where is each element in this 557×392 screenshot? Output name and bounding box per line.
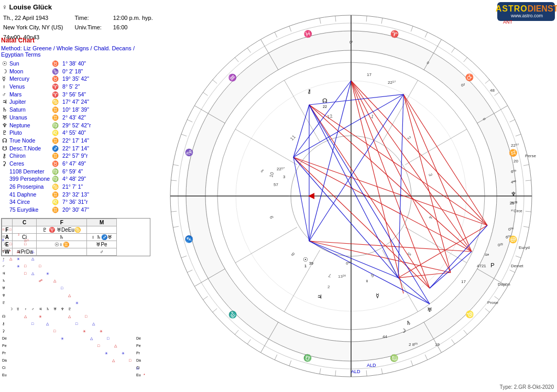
svg-text:△: △ xyxy=(9,257,13,260)
svg-text:³⁷Circe: ³⁷Circe xyxy=(511,209,522,213)
svg-line-223 xyxy=(213,309,217,312)
svg-text:Pr: Pr xyxy=(136,351,140,355)
left-panel: Natal Chart Method: Liz Greene / Whole S… xyxy=(1,37,150,256)
svg-text:☿: ☿ xyxy=(2,238,4,242)
svg-text:♆: ♆ xyxy=(2,293,5,297)
svg-text:19: 19 xyxy=(435,342,440,347)
svg-text:6⁵⁹: 6⁵⁹ xyxy=(506,235,511,239)
planet-row: 41 Daphne ♊ 23° 32' 13" xyxy=(1,191,103,199)
svg-line-195 xyxy=(411,26,413,31)
svg-text:♅: ♅ xyxy=(2,286,5,290)
svg-line-204 xyxy=(526,180,531,181)
planet-row: ♅ Uranus ♊ 2° 43' 42" xyxy=(1,114,103,122)
svg-text:⚹: ⚹ xyxy=(46,271,49,275)
svg-text:♃: ♃ xyxy=(39,307,42,311)
svg-line-222 xyxy=(235,330,238,334)
planet-row: ♂ Mars ♈ 3° 56' 54" xyxy=(1,91,103,99)
planet-row: 75 Eurydike ♊ 20° 30' 47" xyxy=(1,206,103,214)
planet-row: ♇ Pluto ♌ 4° 55' 40" xyxy=(1,129,103,137)
person-name-prefix: ♀ xyxy=(2,3,7,11)
svg-text:Pe: Pe xyxy=(136,344,141,347)
svg-text:△: △ xyxy=(31,257,35,260)
svg-text:ALD: ALD xyxy=(367,363,376,368)
svg-text:♀: ♀ xyxy=(24,307,27,311)
planet-row: ☿ Mercury ♉ 19° 35' 42" xyxy=(1,75,103,83)
svg-line-225 xyxy=(187,270,192,273)
svg-text:♆: ♆ xyxy=(61,307,64,311)
planet-row: 34 Circe ♌ 7° 36' 31"r xyxy=(1,198,103,206)
svg-line-215 xyxy=(381,368,383,374)
svg-line-208 xyxy=(510,270,515,273)
svg-text:Ci: Ci xyxy=(136,366,140,369)
svg-text:□: □ xyxy=(24,242,27,246)
svg-text:4721: 4721 xyxy=(477,264,486,268)
svg-text:Ci: Ci xyxy=(2,366,6,369)
svg-text:Pe: Pe xyxy=(2,344,7,347)
svg-line-203 xyxy=(523,165,529,166)
svg-text:22¹⁷: 22¹⁷ xyxy=(388,80,396,85)
planet-table: ☉ Sun ♉ 1° 38' 40" ☽ Moon ♑ 0° 2' 18" ☿ … xyxy=(1,60,103,214)
planet-chiron-glyph: ⚷ xyxy=(307,88,311,94)
svg-text:ALD: ALD xyxy=(351,369,361,374)
svg-line-197 xyxy=(452,48,455,52)
svg-text:♇: ♇ xyxy=(2,301,5,304)
svg-line-227 xyxy=(173,226,179,227)
svg-text:2: 2 xyxy=(327,285,330,289)
natal-chart-svg: ♈ ♉ ♊ ♋ ♌ ♍ ♎ ♏ ♐ ♑ ♒ ♓ xyxy=(147,0,555,392)
svg-text:Demet: Demet xyxy=(511,264,523,268)
svg-text:17: 17 xyxy=(461,279,466,284)
svg-line-228 xyxy=(171,211,177,212)
svg-line-206 xyxy=(523,226,529,227)
svg-text:⚹: ⚹ xyxy=(83,329,86,333)
svg-text:□: □ xyxy=(39,264,41,268)
svg-line-216 xyxy=(366,371,367,376)
planet-venus-glyph: ♀ xyxy=(365,278,369,284)
svg-text:△: △ xyxy=(92,322,95,325)
planet-row: ☉ Sun ♉ 1° 38' 40" xyxy=(1,60,103,68)
svg-text:□: □ xyxy=(107,336,110,340)
planet-pluto-glyph: P xyxy=(490,262,494,268)
svg-text:Da: Da xyxy=(2,358,7,362)
svg-line-209 xyxy=(495,297,499,300)
birth-date: Th., 22 April 1943 xyxy=(3,14,74,23)
svg-text:Euryd: Euryd xyxy=(519,245,530,250)
svg-text:☽: ☽ xyxy=(2,242,5,246)
svg-text:☿: ☿ xyxy=(2,249,4,253)
svg-text:3: 3 xyxy=(283,175,286,179)
svg-text:7: 7 xyxy=(511,201,514,205)
svg-text:1: 1 xyxy=(304,264,307,268)
svg-text:22: 22 xyxy=(323,105,327,108)
chart-area: ♈ ♉ ♊ ♋ ♌ ♍ ♎ ♏ ♐ ♑ ♒ ♓ xyxy=(147,0,555,392)
svg-text:Pr: Pr xyxy=(2,351,6,355)
svg-text:De: De xyxy=(2,336,7,340)
svg-line-231 xyxy=(181,134,187,136)
svg-text:□: □ xyxy=(97,344,100,347)
svg-text:6⁵⁹: 6⁵⁹ xyxy=(511,169,516,174)
svg-line-217 xyxy=(335,371,336,376)
svg-text:17: 17 xyxy=(367,72,372,77)
svg-text:♅: ♅ xyxy=(53,307,57,311)
svg-text:♀: ♀ xyxy=(2,257,5,260)
svg-line-202 xyxy=(516,134,521,136)
svg-text:22¹⁷: 22¹⁷ xyxy=(277,167,285,171)
aspect-grid: // Will be drawn via JS below ☉ □ ☽ △□ ☿… xyxy=(1,225,150,388)
svg-line-210 xyxy=(485,309,489,312)
birth-location: New York City, NY (US) xyxy=(3,23,74,32)
svg-text:□: □ xyxy=(9,228,12,231)
svg-text:☊: ☊ xyxy=(2,314,5,318)
svg-text:Daphn: Daphn xyxy=(498,282,510,287)
svg-text:Da: Da xyxy=(136,358,141,362)
svg-line-229 xyxy=(171,180,177,181)
svg-text:2 8⁰⁵: 2 8⁰⁵ xyxy=(409,342,418,347)
svg-text:□: □ xyxy=(53,329,56,333)
svg-line-240 xyxy=(335,16,336,21)
aspect-grid-svg: // Will be drawn via JS below ☉ □ ☽ △□ ☿… xyxy=(1,225,150,383)
planet-row: ♆ Neptune ♍ 29° 52' 42"r xyxy=(1,122,103,129)
planet-row: ☽ Moon ♑ 0° 2' 18" xyxy=(1,68,103,75)
svg-text:△: △ xyxy=(68,314,71,318)
svg-line-213 xyxy=(425,355,428,360)
svg-text:4⁴⁸: 4⁴⁸ xyxy=(511,180,516,184)
svg-text:△: △ xyxy=(31,271,35,275)
svg-text:☿: ☿ xyxy=(17,307,19,311)
svg-line-200 xyxy=(495,92,499,95)
